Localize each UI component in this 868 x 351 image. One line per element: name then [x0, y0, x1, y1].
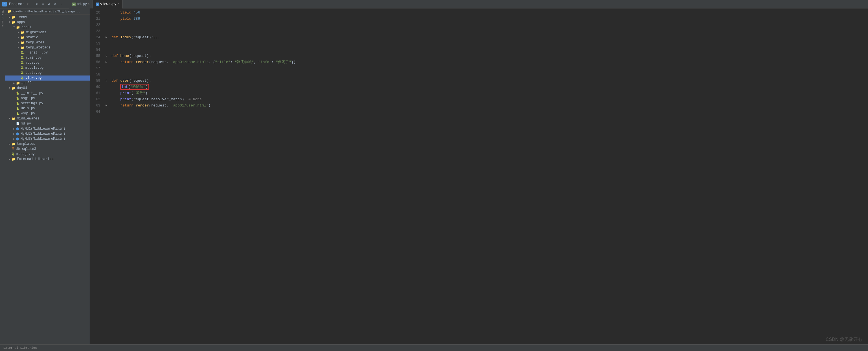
dropdown-arrow[interactable]: ▾ [27, 2, 29, 6]
tree-arrow: ▶ [17, 41, 21, 44]
line-content: print(request.resolver_match) # None [109, 96, 868, 103]
tree-label: MyMd2(MiddlewareMixin) [21, 132, 65, 136]
tree-item[interactable]: 🐍 manage.py [5, 151, 90, 156]
py-icon: 🐍 [21, 56, 24, 60]
tree-item[interactable]: ▶ 📁 templates [5, 141, 90, 146]
list-icon[interactable]: ≡ [41, 2, 45, 6]
tree-item[interactable]: 🐍 __init__.py [5, 50, 90, 55]
tree-label: .venv [17, 15, 27, 19]
tree-label: External Libraries [17, 157, 54, 161]
tree-item[interactable]: ▶ 📁 static [5, 35, 90, 40]
line-number: 21 [90, 16, 103, 22]
tree-label: settings.py [21, 101, 43, 105]
tree-item[interactable]: ▶ 📁 .venv [5, 15, 90, 20]
gutter-icon[interactable]: ▶ [105, 103, 107, 109]
tree-item[interactable]: 🐍 __init__.py [5, 91, 90, 96]
tree-label: MyMd1(MiddlewareMixin) [21, 127, 65, 131]
tree-item[interactable]: 🐍 urls.py [5, 106, 90, 111]
root-label: 📁 day04 ~/PycharmProjects/5x_django... [8, 10, 81, 13]
tree-label: db.sqlite3 [16, 147, 36, 151]
tree-item[interactable]: 🐍 wsgi.py [5, 111, 90, 116]
py-icon: 🐍 [16, 102, 20, 105]
folder-icon: 📁 [11, 117, 16, 120]
bottom-bar: External Libraries [0, 344, 868, 351]
bottom-left: External Libraries [3, 346, 37, 350]
code-line: 58 [90, 72, 868, 78]
add-icon[interactable]: ⊕ [34, 2, 39, 6]
line-content: def user(request): [109, 78, 868, 84]
settings-icon[interactable]: ⚙ [53, 2, 58, 6]
md-icon: 📄 [16, 122, 20, 125]
tree-arrow: ▶ [8, 158, 11, 161]
line-gutter: ▶ [103, 34, 109, 41]
tree-item[interactable]: ▼ 📁 day04 [5, 85, 90, 91]
folder-icon: 📁 [11, 86, 16, 90]
tree-item[interactable]: 🐍 apps.py [5, 60, 90, 65]
structure-tab[interactable]: Structure [0, 8, 5, 344]
line-number: 61 [90, 90, 103, 96]
tree-label: templatetags [26, 46, 50, 49]
tree-item[interactable]: ▶ ⬤ MyMd2(MiddlewareMixin) [5, 131, 90, 136]
tab-views-close[interactable]: × [117, 3, 119, 6]
class-icon: ⬤ [16, 127, 19, 131]
tree-label: apps.py [25, 61, 39, 65]
tree-label: migrations [26, 30, 46, 34]
tree-item[interactable]: ▼ 📁 middlewares [5, 116, 90, 121]
py-icon: 🐍 [16, 97, 20, 100]
tree-item[interactable]: ▶ 📁 app02 [5, 80, 90, 85]
code-line: 64 [90, 109, 868, 115]
tree-item[interactable]: ▶ 📁 migrations [5, 30, 90, 35]
project-icon: P [2, 2, 7, 6]
tree-label: middlewares [17, 117, 39, 120]
tree-item[interactable]: 🐍 tests.py [5, 70, 90, 75]
tree-item[interactable]: 🐍 settings.py [5, 101, 90, 106]
tree-item[interactable]: ▼ 📁 apps [5, 20, 90, 25]
tree-arrow: ▶ [12, 137, 16, 141]
tree-arrow: ▼ [8, 87, 11, 90]
py-icon: 🐍 [21, 76, 24, 80]
gutter-icon[interactable]: ▽ [105, 78, 107, 84]
tree-label: asgi.py [21, 96, 35, 100]
code-line: 59▽def user(request): [90, 78, 868, 84]
folder-icon: 📁 [11, 21, 16, 24]
tab-md-py[interactable]: m md.py × [69, 0, 93, 8]
line-number: 55 [90, 53, 103, 59]
tree-arrow: ▶ [17, 36, 21, 39]
tree-item[interactable]: ▶ 📁 templatetags [5, 45, 90, 50]
minimize-icon[interactable]: − [59, 2, 64, 6]
tree-item[interactable]: 🐍 admin.py [5, 55, 90, 60]
tree-arrow: ▶ [17, 31, 21, 34]
line-gutter: ▶ [103, 59, 109, 65]
code-line: 21 yield 789 [90, 16, 868, 22]
split-icon[interactable]: ⇄ [47, 2, 51, 6]
gutter-icon[interactable]: ▶ [105, 34, 107, 41]
tree-arrow: ▶ [12, 132, 16, 136]
line-number: 56 [90, 59, 103, 65]
tree-item[interactable]: 🗄 db.sqlite3 [5, 146, 90, 151]
tree-item[interactable]: 🐍 models.py [5, 65, 90, 70]
gutter-icon[interactable]: ▽ [105, 53, 107, 59]
tree-arrow: ▶ [8, 143, 11, 146]
tree-item[interactable]: 🐍 asgi.py [5, 96, 90, 101]
code-line: 56▶ return render(request, 'app01/home.h… [90, 59, 868, 65]
code-line: 54 [90, 47, 868, 53]
code-editor[interactable]: 20 yield 45621 yield 789222324▶def index… [90, 8, 868, 344]
tree-item[interactable]: 📄 md.py [5, 121, 90, 126]
line-number: 63 [90, 103, 103, 109]
tree-item[interactable]: ▶ ⬤ MyMd3(MiddlewareMixin) [5, 136, 90, 141]
code-line: 61 print("函数") [90, 90, 868, 96]
tree-item[interactable]: ▶ 📁 templates [5, 40, 90, 45]
tree-item[interactable]: ▶ 📁 External Libraries [5, 156, 90, 162]
line-gutter: ▶ [103, 103, 109, 109]
tree-item[interactable]: ▼ 📁 app01 [5, 25, 90, 30]
tree-arrow: ▶ [8, 16, 11, 19]
tab-views-py[interactable]: p views.py × [93, 0, 122, 8]
tree-item[interactable]: ▶ ⬤ MyMd1(MiddlewareMixin) [5, 126, 90, 131]
line-number: 24 [90, 34, 103, 41]
tab-md-close[interactable]: × [88, 3, 90, 6]
tree-arrow: ▶ [12, 127, 16, 131]
tree-item[interactable]: 🐍 views.py [5, 75, 90, 80]
folder-icon: 📁 [11, 15, 16, 19]
tree-label: models.py [25, 66, 44, 70]
gutter-icon[interactable]: ▶ [105, 59, 107, 65]
